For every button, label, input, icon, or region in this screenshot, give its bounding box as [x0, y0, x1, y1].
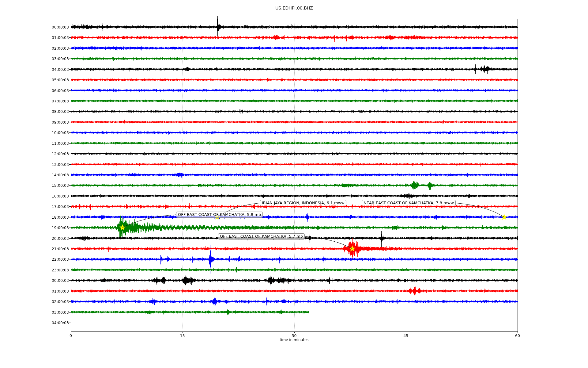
y-tick-label: 04:00:03	[40, 67, 69, 71]
x-axis-title: time in minutes	[71, 338, 518, 342]
y-tick-label: 07:00:03	[40, 99, 69, 103]
x-tick-label: 0	[70, 333, 72, 338]
y-tick-label: 02:00:03	[40, 299, 69, 304]
event-annotation-box: OFF EAST COAST OF KAMCHATKA, 5.7 mb	[218, 233, 305, 240]
y-tick-label: 01:00:03	[40, 35, 69, 40]
y-tick-label: 10:00:03	[40, 130, 69, 135]
y-tick-label: 22:00:03	[40, 257, 69, 262]
event-annotation-box: IRIAN JAYA REGION, INDONESIA, 6.1 mww	[260, 200, 346, 206]
y-tick-label: 01:00:03	[40, 289, 69, 293]
x-tick-label: 45	[403, 333, 408, 338]
y-tick-label: 05:00:03	[40, 78, 69, 82]
y-tick-label: 14:00:03	[40, 173, 69, 177]
event-annotation-box: OFF EAST COAST OF KAMCHATKA, 5.8 mb	[176, 212, 263, 218]
x-tick-label: 60	[515, 333, 520, 338]
event-annotation-box: NEAR EAST COAST OF KAMCHATKA, 7.8 mww	[362, 200, 456, 206]
y-tick-label: 20:00:03	[40, 236, 69, 240]
y-tick-label: 17:00:03	[40, 204, 69, 209]
y-tick-label: 09:00:03	[40, 120, 69, 124]
chart-title: US.EDHPI.00.BHZ	[71, 6, 518, 10]
y-tick-label: 16:00:03	[40, 194, 69, 198]
y-tick-label: 11:00:03	[40, 141, 69, 145]
y-tick-label: 08:00:03	[40, 109, 69, 114]
y-tick-label: 19:00:03	[40, 225, 69, 230]
y-tick-label: 04:00:03	[40, 320, 69, 325]
y-tick-label: 18:00:03	[40, 215, 69, 219]
y-tick-label: 23:00:03	[40, 267, 69, 272]
y-tick-label: 06:00:03	[40, 88, 69, 93]
y-tick-label: 00:00:03	[40, 278, 69, 283]
y-tick-label: 00:00:03	[40, 25, 69, 29]
y-tick-label: 12:00:03	[40, 151, 69, 156]
y-tick-label: 15:00:03	[40, 183, 69, 188]
y-tick-label: 21:00:03	[40, 247, 69, 251]
y-tick-label: 03:00:03	[40, 310, 69, 314]
y-tick-label: 03:00:03	[40, 56, 69, 61]
y-tick-label: 13:00:03	[40, 162, 69, 167]
x-tick-label: 30	[292, 333, 297, 338]
y-tick-label: 02:00:03	[40, 46, 69, 50]
seismogram-figure: US.EDHPI.00.BHZ time in minutes 00:00:03…	[0, 0, 588, 368]
x-tick-label: 15	[180, 333, 185, 338]
seismogram-canvas	[0, 0, 588, 368]
